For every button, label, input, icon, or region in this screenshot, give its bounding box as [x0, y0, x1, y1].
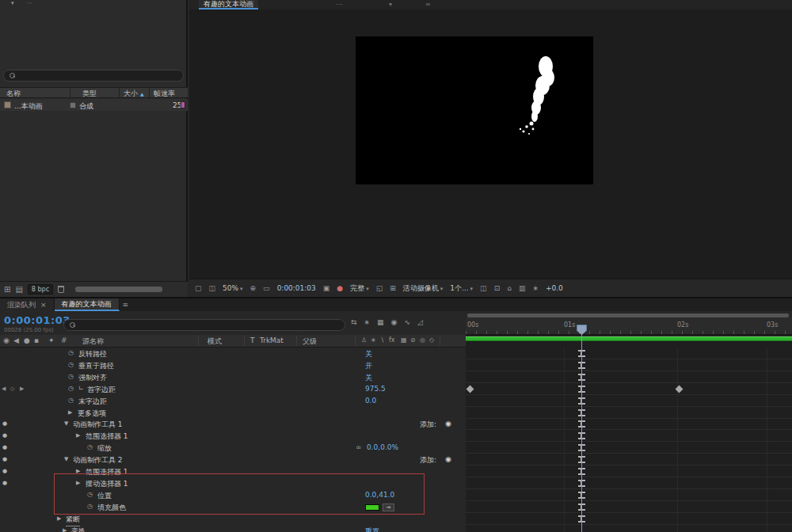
tab-composition[interactable]: 有趣的文本动画 [55, 298, 120, 311]
share-view-icon[interactable] [480, 284, 487, 292]
row-force-alignment[interactable]: ◷ 强制对齐 关 [0, 371, 466, 383]
keyframe-diamond[interactable] [676, 385, 683, 393]
row-more-options[interactable]: ▶ 更多选项 [0, 407, 466, 419]
track-row[interactable] [466, 442, 792, 454]
flowchart-icon[interactable] [532, 284, 539, 292]
graph-include-icon[interactable]: ∟ [78, 385, 84, 392]
track-row[interactable] [466, 466, 792, 477]
snapshot-icon[interactable] [323, 284, 330, 292]
twirl-closed-icon[interactable]: ▶ [63, 527, 67, 532]
time-ruler[interactable]: 00s 01s 02s 03s [466, 317, 792, 335]
new-folder-icon[interactable] [15, 285, 22, 294]
row-last-margin[interactable]: ◷ 末字边距 0.0 [0, 395, 466, 407]
draft-3d-icon[interactable] [364, 318, 371, 326]
track-row[interactable] [466, 525, 792, 532]
timeline-button-icon[interactable] [519, 284, 526, 292]
twirl-closed-icon[interactable]: ▶ [76, 432, 80, 439]
twirl-closed-icon[interactable]: ▶ [68, 409, 72, 416]
property-value[interactable]: 0.0,0.0% [367, 443, 398, 451]
track-row[interactable] [466, 489, 792, 501]
property-value[interactable]: 关 [365, 373, 372, 383]
delete-icon[interactable] [58, 286, 64, 293]
track-row[interactable] [466, 348, 792, 359]
column-t[interactable]: T [250, 336, 255, 344]
eye-icon[interactable]: ● [2, 468, 7, 474]
column-type[interactable]: 类型 [82, 89, 97, 99]
bit-depth-button[interactable]: 8 bpc [28, 284, 53, 294]
stopwatch-icon[interactable]: ◷ [68, 349, 74, 356]
viewer-timecode[interactable]: 0:00:01:03 [277, 284, 316, 292]
row-range-selector-1[interactable]: ● ▶ 范围选择器 1 [0, 430, 466, 442]
current-timecode[interactable]: 0:00:01:03 [4, 314, 70, 326]
composition-canvas[interactable] [356, 36, 593, 184]
grid-guides-icon[interactable] [250, 284, 257, 292]
column-name[interactable]: 名称 [6, 89, 21, 99]
fast-previews-icon[interactable] [507, 284, 512, 292]
pixel-aspect-icon[interactable] [494, 284, 501, 292]
property-value[interactable]: 0.0 [365, 397, 376, 405]
timeline-search-input[interactable] [63, 319, 345, 331]
eye-icon[interactable]: ● [2, 480, 7, 486]
view-layout-select[interactable]: 1个...▾ [450, 283, 473, 294]
region-of-interest-icon[interactable] [263, 284, 270, 292]
column-framerate[interactable]: 帧速率 [154, 89, 175, 99]
motion-blur-icon[interactable] [404, 318, 410, 326]
show-snapshot-icon[interactable] [337, 284, 343, 292]
panel-menu-icon[interactable] [425, 1, 431, 8]
add-keyframe-icon[interactable]: ◇ [10, 386, 14, 392]
column-parent[interactable]: 父级 [303, 336, 317, 347]
resolution-select[interactable]: 完整▾ [350, 283, 369, 294]
secondary-monitor-icon[interactable] [209, 284, 216, 292]
column-size[interactable]: 大小 [124, 89, 138, 99]
property-value[interactable]: 开 [365, 361, 372, 371]
track-row[interactable] [466, 477, 792, 489]
stopwatch-icon[interactable]: ◷ [68, 361, 74, 368]
track-area[interactable] [466, 348, 792, 532]
track-row[interactable] [466, 418, 792, 430]
column-trkmat[interactable]: TrkMat [260, 336, 284, 344]
track-row[interactable] [466, 454, 792, 466]
eye-icon[interactable]: ● [2, 420, 7, 427]
property-value[interactable]: 975.5 [365, 385, 386, 393]
project-item-row[interactable]: ...本动画 合成 25 [0, 99, 188, 111]
stopwatch-icon[interactable]: ◷ [87, 443, 93, 450]
work-area-bar[interactable] [466, 336, 792, 341]
track-row[interactable] [466, 513, 792, 525]
preview-monitor-icon[interactable] [195, 284, 202, 292]
track-row[interactable] [466, 395, 792, 407]
graph-editor-icon[interactable] [417, 318, 423, 326]
stopwatch-icon[interactable]: ◷ [68, 385, 74, 392]
add-button-icon[interactable]: ◉ [445, 420, 451, 428]
transparency-grid-icon[interactable] [390, 284, 396, 292]
next-keyframe-icon[interactable]: ▶ [20, 386, 24, 392]
frame-blend-icon[interactable] [391, 318, 398, 326]
panel-more-icon[interactable] [27, 0, 32, 6]
close-icon[interactable]: × [40, 301, 47, 309]
previous-keyframe-icon[interactable]: ◀ [2, 386, 6, 392]
panel-dropdown-icon[interactable] [389, 1, 392, 8]
zoom-select[interactable]: 50%▾ [223, 284, 243, 292]
mini-flowchart-icon[interactable] [351, 318, 357, 326]
label-color-chip[interactable] [181, 101, 185, 108]
camera-select[interactable]: 活动摄像机▾ [403, 283, 444, 294]
stopwatch-icon[interactable]: ◷ [68, 373, 74, 380]
composition-tab[interactable]: 有趣的文本动画 [199, 0, 258, 10]
exposure-value[interactable]: +0.0 [546, 284, 563, 292]
stopwatch-icon[interactable]: ◷ [68, 397, 74, 404]
row-animator-1[interactable]: ● ▼ 动画制作工具 1 添加: ◉ [0, 418, 466, 430]
sort-up-icon[interactable]: ▲ [140, 91, 144, 97]
eye-icon[interactable]: ● [2, 432, 7, 439]
row-animator-2[interactable]: ● ▼ 动画制作工具 2 添加: ◉ [0, 454, 466, 466]
horizontal-scrollbar[interactable] [75, 287, 162, 292]
target-region-icon[interactable] [376, 284, 383, 292]
row-reverse-path[interactable]: ◷ 反转路径 关 [0, 348, 466, 359]
twirl-open-icon[interactable]: ▼ [64, 456, 68, 462]
twirl-open-icon[interactable]: ▼ [64, 420, 68, 427]
track-row[interactable] [466, 371, 792, 383]
track-row[interactable] [466, 430, 792, 442]
add-button-icon[interactable]: ◉ [445, 455, 451, 463]
track-row[interactable] [466, 407, 792, 419]
twirl-closed-icon[interactable]: ▶ [57, 515, 61, 522]
column-source-name[interactable]: 源名称 [82, 336, 104, 347]
panel-dropdown-icon[interactable] [11, 0, 14, 6]
